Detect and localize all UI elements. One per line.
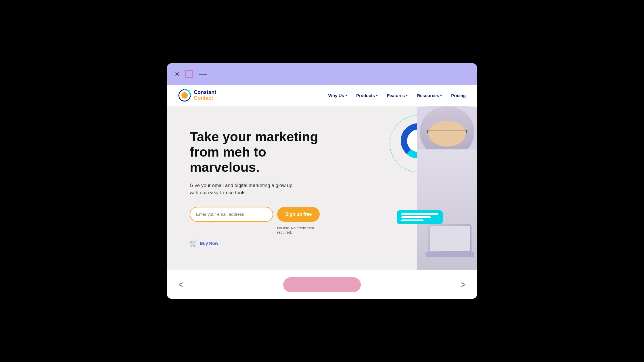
chevron-down-icon: ▾: [406, 94, 408, 97]
chevron-down-icon: ▾: [440, 94, 442, 97]
nav-products[interactable]: Products ▾: [356, 93, 378, 98]
chat-bubble: [397, 210, 443, 224]
chat-line-2: [401, 216, 431, 218]
browser-window: × — Constant Contact Why Us ▾ Products: [167, 63, 477, 299]
brand-name-second: Contact: [194, 95, 216, 101]
navbar: Constant Contact Why Us ▾ Products ▾ Fea…: [167, 85, 477, 106]
laptop-screen-display: [430, 226, 470, 251]
hero-right: [347, 106, 477, 270]
minimize-button[interactable]: —: [199, 70, 207, 78]
close-button[interactable]: ×: [175, 70, 179, 78]
logo[interactable]: Constant Contact: [178, 89, 216, 102]
person-face: [428, 121, 466, 147]
chevron-down-icon: ▾: [345, 94, 347, 97]
title-bar: × —: [167, 63, 477, 85]
hero-heading-line1: Take your marketing: [190, 129, 318, 144]
buy-now-link[interactable]: Buy Now: [200, 241, 218, 246]
progress-pill[interactable]: [283, 277, 361, 292]
nav-links: Why Us ▾ Products ▾ Features ▾ Resources…: [328, 93, 466, 98]
hero-subtext-line2: with our easy-to-use tools.: [190, 190, 247, 195]
logo-text: Constant Contact: [194, 90, 216, 101]
svg-point-1: [181, 92, 188, 99]
buy-now-row: 🛒 Buy Now: [190, 240, 329, 247]
nav-resources-label: Resources: [417, 93, 439, 98]
hero-heading-line2: from meh to marvelous.: [190, 145, 266, 175]
brand-name-first: Constant: [194, 90, 216, 95]
main-content: Take your marketing from meh to marvelou…: [167, 106, 477, 270]
chat-line-1: [401, 213, 438, 215]
nav-products-label: Products: [356, 93, 375, 98]
nav-why-us-label: Why Us: [328, 93, 344, 98]
nav-prev-button[interactable]: <: [178, 279, 184, 290]
bottom-bar: < >: [167, 270, 477, 299]
signup-row: Sign up free: [190, 207, 329, 222]
laptop-base: [425, 252, 474, 257]
chevron-down-icon: ▾: [376, 94, 378, 97]
hero-heading: Take your marketing from meh to marvelou…: [190, 129, 329, 175]
signup-button[interactable]: Sign up free: [277, 207, 320, 222]
laptop-screen: [428, 224, 471, 253]
email-input[interactable]: [190, 207, 273, 222]
nav-pricing-label: Pricing: [451, 93, 466, 98]
nav-resources[interactable]: Resources ▾: [417, 93, 442, 98]
nav-features[interactable]: Features ▾: [387, 93, 408, 98]
nav-next-button[interactable]: >: [460, 279, 466, 290]
hero-subtext: Give your email and digital marketing a …: [190, 182, 313, 197]
chat-line-3: [401, 219, 423, 221]
nav-why-us[interactable]: Why Us ▾: [328, 93, 347, 98]
no-risk-text: No risk. No credit card required.: [277, 226, 329, 234]
person-glasses: [427, 130, 467, 133]
hero-left: Take your marketing from meh to marvelou…: [167, 106, 347, 270]
nav-features-label: Features: [387, 93, 405, 98]
cart-icon: 🛒: [190, 240, 198, 247]
square-icon[interactable]: [185, 70, 193, 78]
logo-icon: [178, 89, 191, 102]
nav-pricing[interactable]: Pricing: [451, 93, 466, 98]
hero-subtext-line1: Give your email and digital marketing a …: [190, 183, 292, 188]
